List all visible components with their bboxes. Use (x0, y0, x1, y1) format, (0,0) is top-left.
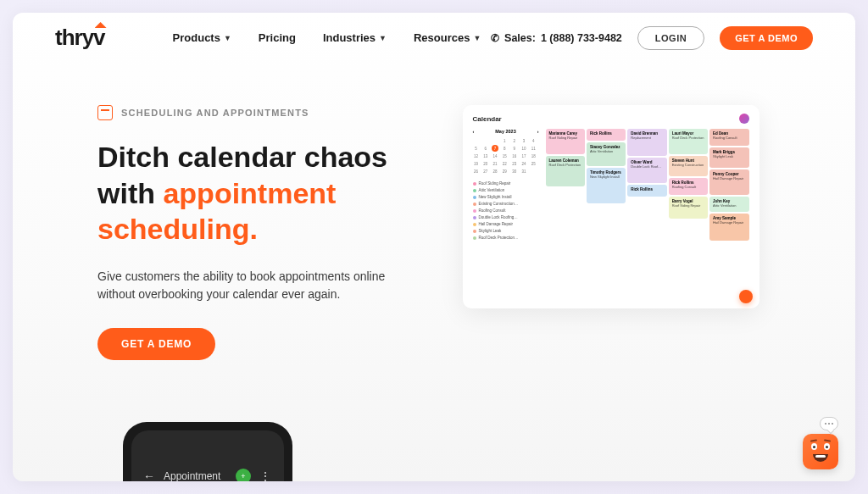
user-avatar (739, 114, 749, 124)
legend-item: Hail Damage Repair (473, 222, 539, 226)
calendar-event: Rick Rollins (587, 129, 626, 141)
phone-screen-title: Appointment (164, 470, 227, 481)
calendar-event: Penny CooperHail Damage Repair (709, 169, 748, 195)
main-nav: Products ▼ Pricing Industries ▼ Resource… (173, 31, 481, 44)
brand-logo[interactable]: thryv (55, 25, 105, 51)
chat-widget[interactable] (803, 417, 838, 469)
legend-item: Roof Siding Repair (473, 181, 539, 186)
chevron-down-icon: ▼ (224, 34, 231, 42)
nav-products[interactable]: Products ▼ (173, 31, 231, 44)
calendar-icon (97, 105, 113, 120)
add-icon: + (236, 469, 251, 481)
calendar-event: Oliver WardDouble Lock Roof… (627, 158, 666, 183)
hero-subtitle: Give customers the ability to book appoi… (97, 268, 417, 304)
calendar-event: Barry VogelRoof Siding Repair (669, 197, 708, 219)
legend-item: Double Lock Roofing… (473, 215, 539, 219)
calendar-event: Steven HuntExisting Construction (669, 156, 708, 176)
calendar-event: Mark BriggsSkylight Leak (709, 147, 748, 168)
chevron-down-icon: ▼ (379, 34, 387, 42)
nav-resources[interactable]: Resources ▼ (414, 31, 481, 44)
back-arrow-icon: ← (143, 469, 155, 481)
calendar-event: Ed DeanRoofing Consult (709, 129, 748, 146)
phone-mockup: ← Appointment + ⋮ (123, 422, 292, 481)
chat-mascot-icon (803, 434, 838, 469)
nav-products-label: Products (173, 31, 220, 44)
calendar-legend: Roof Siding RepairAttic VentilationNew S… (473, 181, 539, 240)
legend-item: Attic Ventilation (473, 188, 539, 192)
nav-pricing-label: Pricing (259, 31, 296, 44)
calendar-event: Amy SampleHail Damage Repair (709, 214, 748, 241)
calendar-event: John KeyAttic Ventilation (709, 197, 748, 212)
mini-calendar: 1234567891011121314151617181920212223242… (473, 137, 539, 175)
calendar-event: Lauri MayorRoof Deck Protection (669, 129, 708, 154)
legend-item: New Skylight Install (473, 195, 539, 199)
chevron-down-icon: ▼ (473, 34, 481, 42)
calendar-event: Stacey GonzalezAttic Ventilation (587, 142, 626, 166)
legend-item: Existing Construction… (473, 202, 539, 206)
calendar-event: David BrennanReplacement (627, 129, 666, 156)
mini-month-label: ‹May 2023› (473, 129, 539, 134)
sales-label: Sales: (504, 32, 536, 44)
nav-industries-label: Industries (323, 31, 376, 44)
legend-item: Roofing Consult (473, 208, 539, 213)
calendar-event: Rick Rollins (627, 185, 666, 197)
eyebrow: SCHEDULING AND APPOINTMENTS (97, 105, 417, 120)
calendar-event: Rick RollinsRoofing Consult (669, 178, 708, 195)
legend-item: Skylight Leak (473, 229, 539, 233)
legend-item: Roof Deck Protection… (473, 236, 539, 240)
get-demo-button-header[interactable]: GET A DEMO (720, 26, 813, 50)
chat-bubble-icon (820, 417, 838, 430)
calendar-event: Lauren ColemanRoof Deck Protection (546, 156, 585, 186)
add-event-fab[interactable] (739, 290, 753, 303)
calendar-title: Calendar (473, 115, 502, 123)
nav-industries[interactable]: Industries ▼ (323, 31, 387, 44)
nav-resources-label: Resources (414, 31, 470, 44)
calendar-event: Timothy RodgersNew Skylight Install (587, 168, 626, 203)
calendar-event: Marianne CareyRoof Siding Repair (546, 129, 585, 154)
calendar-preview: Calendar ‹May 2023› 12345678910111213141… (463, 105, 760, 308)
sales-number: 1 (888) 733-9482 (541, 32, 622, 44)
sales-phone[interactable]: ✆ Sales: 1 (888) 733-9482 (491, 32, 622, 44)
hero-title: Ditch calendar chaos with appointment sc… (97, 139, 417, 247)
calendar-grid: Marianne CareyRoof Siding RepairLauren C… (546, 129, 749, 300)
nav-pricing[interactable]: Pricing (259, 31, 296, 44)
get-demo-button-hero[interactable]: GET A DEMO (97, 328, 215, 360)
more-icon: ⋮ (259, 469, 272, 481)
main-header: thryv Products ▼ Pricing Industries ▼ Re… (13, 13, 855, 63)
login-button[interactable]: LOGIN (637, 26, 704, 50)
phone-icon: ✆ (491, 32, 499, 44)
eyebrow-text: SCHEDULING AND APPOINTMENTS (121, 108, 309, 118)
